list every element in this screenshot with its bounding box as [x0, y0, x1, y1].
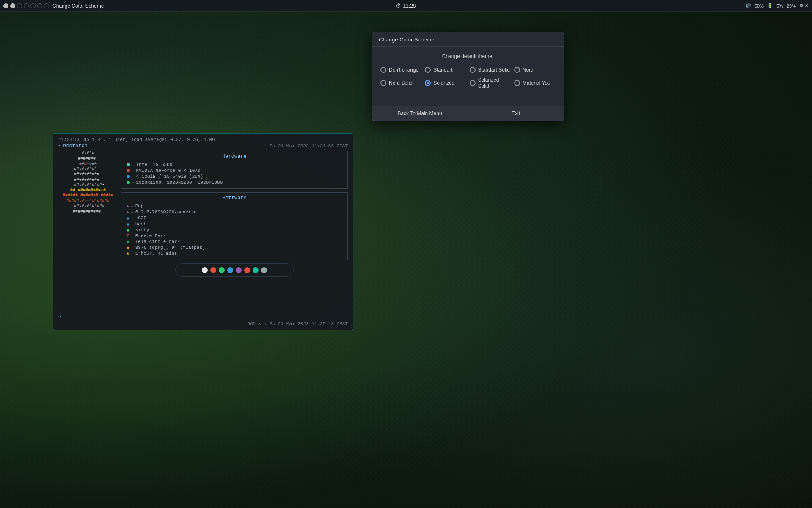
color-scheme-dialog: Change Color Scheme Change default theme… — [372, 32, 564, 121]
color-dot-green — [219, 267, 225, 273]
volume-icon: 🔊 — [745, 3, 751, 8]
mem-value: 4.13GiB / 15.54GiB (26%) — [136, 174, 203, 179]
power-value: 29% — [787, 3, 796, 8]
back-to-main-menu-button[interactable]: Back To Main Menu — [372, 106, 468, 121]
taskbar: Change Color Scheme ⏱ 11:28 🔊 50% 🔋 5% 2… — [0, 0, 812, 12]
radio-circle-material-you — [514, 80, 520, 86]
volume-value: 50% — [754, 3, 764, 8]
radio-circle-standart — [425, 67, 431, 73]
uptime-line: 11:24:56 up 1:41, 1 user, load average: … — [58, 137, 348, 142]
hw-mem: → 4.13GiB / 15.54GiB (26%) — [127, 174, 342, 179]
sw-wm: ▣ → LG3D — [127, 215, 342, 221]
sw-uptime: ◉ → 1 hour, 41 mins — [127, 251, 342, 256]
radio-standart[interactable]: Standart — [425, 67, 466, 73]
sw-shell: ▣ → bash — [127, 221, 342, 226]
software-section: Software ▲ → Pop ▲ → 6.2.6-76060206-gene… — [121, 192, 348, 260]
exit-button[interactable]: Exit — [468, 106, 564, 121]
res-value: 1920x1200, 1920x1200, 1920x1080 — [136, 180, 223, 185]
hw-gpu: → NVIDIA GeForce GTX 1070 — [127, 168, 342, 173]
color-dot-red — [210, 267, 216, 273]
kernel-value: 6.2.6-76060206-generic — [135, 210, 197, 215]
cpu-dot — [127, 163, 130, 166]
hw-cpu: → Intel i5-6500 — [127, 162, 342, 167]
taskbar-title: Change Color Scheme — [52, 3, 104, 9]
uptime-value: 1 hour, 41 mins — [135, 251, 177, 256]
color-dot-red2 — [244, 267, 250, 273]
theme-value: Breeze-Dark — [135, 233, 166, 238]
radio-label-solarized-solid: Solarized Solid — [478, 77, 511, 89]
bottom-time: 565ms ‹ So 21 Mai 2023 11:25:13 CEST — [247, 321, 348, 326]
packages-value: 3876 (dpkg), 94 (flatpak) — [135, 245, 205, 250]
taskbar-clock: ⏱ 11:28 — [396, 3, 416, 9]
bottom-prompt-symbol: ~ — [58, 314, 61, 320]
radio-dont-change[interactable]: Don't change — [380, 67, 421, 73]
clock-time: 11:28 — [403, 3, 416, 9]
dot-6 — [37, 3, 42, 8]
radio-circle-solarized-solid — [470, 80, 476, 86]
terminal-content: 11:24:56 up 1:41, 1 user, load average: … — [53, 134, 353, 330]
icons-value: Tela-circle-dark — [135, 239, 180, 244]
os-value: Pop — [135, 204, 144, 209]
dot-2 — [10, 3, 15, 8]
radio-label-standart-solid: Standart Solid — [478, 67, 510, 73]
dot-1 — [3, 3, 8, 8]
hardware-title: Hardware — [127, 154, 342, 160]
dialog-subtitle: Change default theme. — [380, 53, 555, 59]
radio-label-solarized: Solarized — [433, 80, 454, 86]
radio-circle-nord-solid — [380, 80, 386, 86]
dot-5 — [30, 3, 36, 8]
terminal-window: 11:24:56 up 1:41, 1 user, load average: … — [53, 133, 353, 330]
color-dot-gray — [261, 267, 267, 273]
sw-icons: ◼ → Tela-circle-dark — [127, 239, 342, 244]
neofetch-command: neofetch — [63, 143, 88, 149]
radio-nord-solid[interactable]: Nord Solid — [380, 77, 421, 89]
cpu-value: Intel i5-6500 — [136, 162, 173, 167]
taskbar-left: Change Color Scheme — [3, 3, 104, 9]
hardware-section: Hardware → Intel i5-6500 → NVIDIA GeForc… — [121, 151, 348, 189]
wm-value: LG3D — [135, 215, 146, 221]
ascii-art: ##### ####### ##O▪O## ######### ########… — [58, 151, 118, 277]
sw-kernel: ▲ → 6.2.6-76060206-generic — [127, 210, 342, 215]
sw-packages: ◼ → 3876 (dpkg), 94 (flatpak) — [127, 245, 342, 250]
color-palette — [175, 263, 294, 277]
battery-value: 5% — [776, 3, 783, 8]
neofetch-output: ##### ####### ##O▪O## ######### ########… — [58, 151, 348, 277]
color-dot-blue — [227, 267, 233, 273]
dialog-body: Change default theme. Don't change Stand… — [372, 47, 564, 104]
dialog-title: Change Color Scheme — [379, 36, 435, 43]
color-dot-purple — [236, 267, 242, 273]
prompt-symbol: ~ — [58, 143, 61, 149]
radio-circle-nord — [514, 67, 520, 73]
dot-3 — [17, 3, 22, 8]
radio-label-dont-change: Don't change — [389, 67, 418, 73]
radio-nord[interactable]: Nord — [514, 67, 555, 73]
software-title: Software — [127, 195, 342, 201]
radio-label-standart: Standart — [433, 67, 452, 73]
dialog-titlebar: Change Color Scheme — [372, 32, 564, 47]
radio-solarized-solid[interactable]: Solarized Solid — [470, 77, 511, 89]
taskbar-right: 🔊 50% 🔋 5% 29% ⚙ ✕ — [745, 3, 809, 8]
date-right: So 21 Mai 2023 11:24:56 CEST — [270, 144, 348, 149]
dialog-buttons: Back To Main Menu Exit — [372, 106, 564, 121]
res-dot — [127, 181, 130, 184]
radio-circle-standart-solid — [470, 67, 476, 73]
shell-value: bash — [135, 221, 146, 226]
gpu-value: NVIDIA GeForce GTX 1070 — [136, 168, 201, 173]
radio-label-nord-solid: Nord Solid — [389, 80, 413, 86]
radio-standart-solid[interactable]: Standart Solid — [470, 67, 511, 73]
bottom-status: 565ms ‹ So 21 Mai 2023 11:25:13 CEST — [58, 321, 348, 326]
terminal-value: kitty — [135, 227, 149, 232]
sw-theme: T → Breeze-Dark — [127, 233, 342, 238]
radio-material-you[interactable]: Material You — [514, 77, 555, 89]
system-tray: ⚙ ✕ — [799, 3, 809, 8]
radio-circle-dont-change — [380, 67, 386, 73]
radio-solarized[interactable]: Solarized — [425, 77, 466, 89]
radio-circle-solarized — [425, 80, 431, 86]
hw-res: → 1920x1200, 1920x1200, 1920x1080 — [127, 180, 342, 185]
color-dot-teal — [253, 267, 259, 273]
color-dot-white — [202, 267, 208, 273]
sw-terminal: ▣ → kitty — [127, 227, 342, 232]
taskbar-dots — [3, 3, 49, 8]
mem-dot — [127, 175, 130, 178]
radio-label-material-you: Material You — [523, 80, 551, 86]
